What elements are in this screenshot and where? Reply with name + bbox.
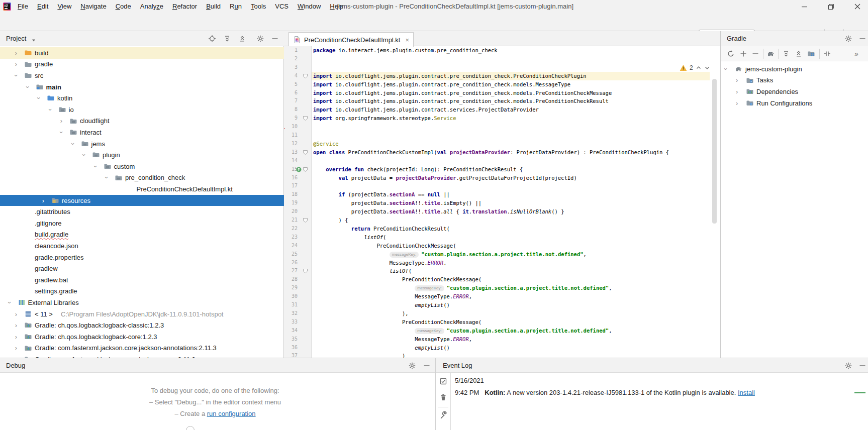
tree-item-settings.gradle[interactable]: settings.gradle — [0, 286, 284, 297]
tree-item--11-[interactable]: ›< 11 >C:\Program Files\AdoptOpenJDK\jdk… — [0, 308, 284, 320]
execute-gradle-task-button[interactable] — [767, 50, 775, 58]
chevron-expanded-icon[interactable]: › — [6, 299, 13, 305]
chevron-expanded-icon[interactable]: › — [24, 84, 31, 90]
chevron-collapsed-icon[interactable]: › — [40, 197, 46, 204]
collapse-all-button[interactable] — [795, 50, 803, 58]
menu-item-window[interactable]: Window — [293, 0, 325, 13]
chevron-collapsed-icon[interactable]: › — [58, 117, 64, 125]
gear-icon[interactable] — [408, 362, 416, 370]
code-area[interactable]: 1234567891011121314151617181920212223242… — [284, 46, 720, 358]
menu-item-tools[interactable]: Tools — [246, 0, 270, 13]
clear-log-button[interactable] — [439, 393, 447, 401]
chevron-expanded-icon[interactable]: › — [13, 72, 20, 78]
debug-panel-title[interactable]: Debug — [6, 358, 25, 373]
chevron-collapsed-icon[interactable]: › — [13, 321, 19, 329]
gradle-tree-item-run-configurations[interactable]: ›Run Configurations — [721, 97, 868, 109]
chevron-collapsed-icon[interactable]: › — [13, 49, 19, 57]
tree-item-gradlew.bat[interactable]: gradlew.bat — [0, 274, 284, 286]
tree-item-io[interactable]: ›io — [0, 104, 284, 116]
mark-all-read-button[interactable] — [439, 377, 447, 385]
tree-item-gradle[interactable]: ›gradle — [0, 59, 284, 70]
next-warning-icon[interactable] — [704, 65, 710, 71]
hide-panel-button[interactable] — [423, 362, 430, 370]
event-log-settings-button[interactable] — [439, 411, 447, 419]
menu-item-code[interactable]: Code — [111, 0, 136, 13]
menu-item-build[interactable]: Build — [202, 0, 225, 13]
tree-item-gradle-ch.qos.logback-logback-core-1.2.3[interactable]: ›Gradle: ch.qos.logback:logback-core:1.2… — [0, 331, 284, 343]
tree-item-.gitattributes[interactable]: .gitattributes — [0, 206, 284, 218]
inspections-widget[interactable]: 2 — [680, 64, 710, 71]
locate-file-button[interactable] — [208, 35, 216, 43]
menu-item-vcs[interactable]: VCS — [270, 0, 293, 13]
chevron-down-icon[interactable] — [31, 38, 36, 43]
menu-item-run[interactable]: Run — [225, 0, 246, 13]
tree-item-gradle-com.fasterxml.jackson.core-jackson-annotations-2.11.3[interactable]: ›Gradle: com.fasterxml.jackson.core:jack… — [0, 343, 284, 354]
chevron-collapsed-icon[interactable]: › — [13, 310, 19, 318]
menu-item-navigate[interactable]: Navigate — [76, 0, 111, 13]
install-link[interactable]: Install — [738, 389, 755, 396]
chevron-collapsed-icon[interactable]: › — [736, 76, 738, 84]
tree-item-interact[interactable]: ›interact — [0, 127, 284, 138]
tab-close-icon[interactable]: × — [403, 36, 409, 44]
fold-icon[interactable] — [303, 167, 308, 172]
tree-item-pre-condition-check[interactable]: ›pre_condition_check — [0, 172, 284, 184]
fold-icon[interactable] — [303, 73, 308, 79]
chevron-expanded-icon[interactable]: › — [69, 141, 76, 147]
editor-scrollbar[interactable] — [712, 79, 717, 224]
more-actions-icon[interactable]: » — [854, 46, 858, 61]
chevron-expanded-icon[interactable]: › — [58, 129, 65, 135]
tree-item-plugin[interactable]: ›plugin — [0, 149, 284, 161]
tree-item-resources[interactable]: ›resources — [0, 195, 284, 206]
gear-icon[interactable] — [844, 35, 852, 43]
gradle-dependencies-button[interactable] — [807, 50, 815, 58]
gradle-detach-button[interactable] — [752, 50, 759, 58]
gradle-refresh-button[interactable] — [727, 50, 735, 58]
tree-item-build.gradle[interactable]: build.gradle — [0, 229, 284, 241]
chevron-expanded-icon[interactable]: › — [91, 163, 99, 169]
menu-item-file[interactable]: File — [13, 0, 33, 13]
chevron-expanded-icon[interactable]: › — [103, 175, 111, 181]
chevron-expanded-icon[interactable]: › — [46, 106, 54, 113]
fold-icon[interactable] — [303, 150, 308, 155]
hide-panel-button[interactable] — [859, 35, 866, 43]
tree-item-custom[interactable]: ›custom — [0, 161, 284, 172]
fold-icon[interactable] — [303, 116, 308, 121]
event-log-title[interactable]: Event Log — [443, 358, 472, 373]
tree-item-jems[interactable]: ›jems — [0, 138, 284, 150]
tree-item-gradlew[interactable]: gradlew — [0, 263, 284, 274]
tree-item-build[interactable]: ›build — [0, 47, 284, 59]
chevron-expanded-icon[interactable]: › — [80, 152, 88, 158]
tree-item-gradle-ch.qos.logback-logback-classic-1.2.3[interactable]: ›Gradle: ch.qos.logback:logback-classic:… — [0, 319, 284, 331]
gradle-tree-item-tasks[interactable]: ›Tasks — [721, 75, 868, 86]
hide-panel-button[interactable] — [859, 362, 866, 370]
gear-icon[interactable] — [844, 362, 852, 370]
tree-item-.gitignore[interactable]: .gitignore — [0, 218, 284, 229]
expand-all-button[interactable] — [782, 50, 790, 58]
minimize-button[interactable] — [793, 0, 816, 13]
tree-item-cloudflight[interactable]: ›cloudflight — [0, 116, 284, 127]
tree-item-src[interactable]: ›src — [0, 70, 284, 81]
override-gutter-icon[interactable] — [296, 167, 302, 172]
toggle-offline-mode-button[interactable] — [823, 50, 831, 58]
tree-item-cleancode.json[interactable]: cleancode.json — [0, 240, 284, 252]
close-button[interactable] — [846, 0, 868, 13]
menu-item-edit[interactable]: Edit — [33, 0, 53, 13]
project-panel-title[interactable]: Project — [6, 31, 26, 46]
prev-warning-icon[interactable] — [696, 65, 702, 71]
hide-panel-button[interactable] — [271, 35, 278, 43]
chevron-collapsed-icon[interactable]: › — [13, 333, 19, 341]
gradle-tree-item-jems-custom-plugin[interactable]: ›jems-custom-plugin — [721, 63, 868, 75]
gradle-attach-button[interactable] — [740, 50, 747, 58]
chevron-collapsed-icon[interactable]: › — [13, 344, 19, 352]
chevron-collapsed-icon[interactable]: › — [736, 99, 738, 107]
tree-item-preconditioncheckdefaultimpl.kt[interactable]: PreConditionCheckDefaultImpl.kt — [0, 183, 284, 195]
tree-item-gradle-com.fasterxml.jackson.core-jackson-core-2.11.3[interactable]: ›Gradle: com.fasterxml.jackson.core:jack… — [0, 354, 284, 358]
tree-item-gradle.properties[interactable]: gradle.properties — [0, 252, 284, 263]
gear-icon[interactable] — [256, 35, 264, 43]
tab-preconditioncheckdefaultimpl[interactable]: PreConditionCheckDefaultImpl.kt × — [288, 32, 414, 47]
expand-all-button[interactable] — [223, 35, 231, 43]
menu-item-analyze[interactable]: Analyze — [136, 0, 168, 13]
chevron-expanded-icon[interactable]: › — [35, 95, 43, 101]
fold-icon[interactable] — [303, 218, 308, 223]
chevron-collapsed-icon[interactable]: › — [736, 88, 738, 95]
